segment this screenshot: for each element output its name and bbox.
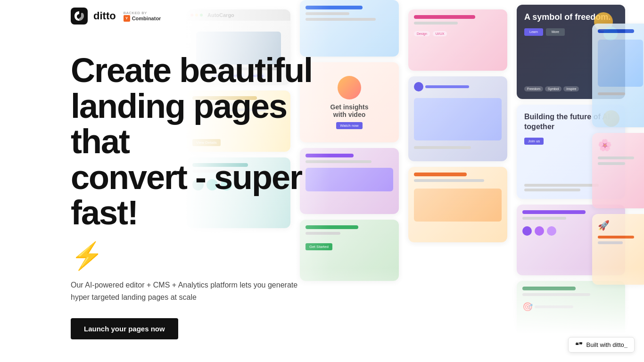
- svg-rect-0: [71, 8, 88, 25]
- built-with-text: Built with ditto_: [586, 341, 627, 348]
- hero-headline: Create beautiful landing pages that conv…: [71, 53, 335, 231]
- yc-combinator-text: Combinator: [132, 16, 161, 21]
- headline-line2: landing pages that: [71, 87, 287, 161]
- built-with-ditto-badge[interactable]: ❝❞ Built with ditto_: [568, 337, 635, 353]
- lightning-emoji: ⚡: [71, 240, 335, 272]
- yc-square-icon: Y: [124, 15, 130, 22]
- mosaic-card-indigo-big: [408, 76, 507, 161]
- subheadline: Our AI-powered editor + CMS + Analytics …: [71, 279, 316, 303]
- launch-pages-button[interactable]: Launch your pages now: [71, 318, 178, 339]
- ditto-logo-icon: [71, 8, 88, 25]
- yc-logo: Y Combinator: [124, 15, 161, 22]
- mosaic-card-green-2: 🎯: [517, 281, 625, 337]
- logo-text: ditto: [93, 10, 116, 22]
- main-content: ditto Backed by Y Combinator Create beau…: [0, 0, 354, 362]
- quote-marks-icon: ❝❞: [575, 342, 583, 348]
- logo-area: ditto Backed by Y Combinator: [71, 8, 335, 25]
- yc-badge: Backed by Y Combinator: [124, 11, 161, 22]
- headline-line3: convert - super fast!: [71, 158, 302, 232]
- mosaic-col-6: 🌸 🚀: [589, 14, 644, 294]
- mosaic-card-pink-2: 🌸: [592, 133, 644, 208]
- mosaic-card-blue-tall: [592, 24, 644, 127]
- mosaic-card-orange-2: 🚀: [592, 214, 644, 285]
- yc-backed-text: Backed by: [124, 11, 147, 15]
- mosaic-col-4: Design UI/UX: [405, 0, 510, 252]
- headline-line1: Create beautiful: [71, 51, 312, 89]
- mosaic-card-orange: [408, 167, 507, 242]
- mosaic-card-pink: Design UI/UX: [408, 9, 507, 71]
